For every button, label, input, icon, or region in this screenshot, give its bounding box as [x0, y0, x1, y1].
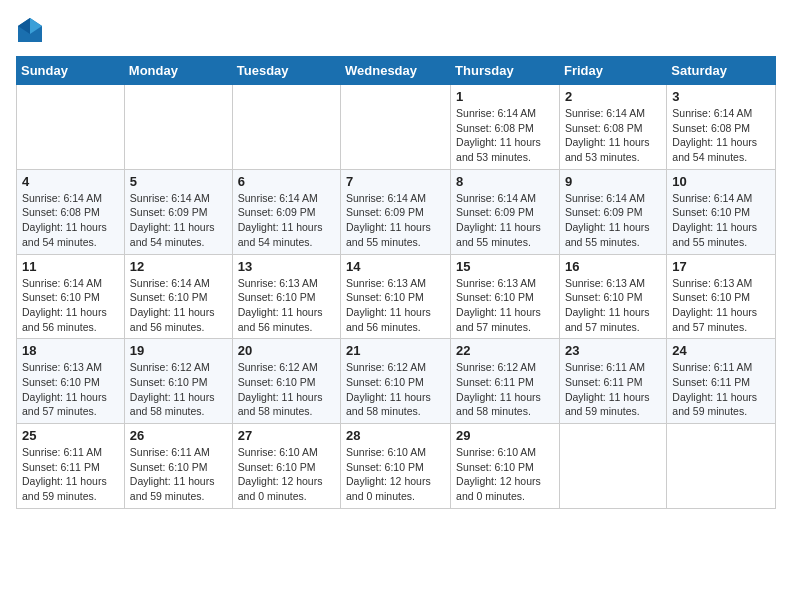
day-info: Sunrise: 6:10 AM Sunset: 6:10 PM Dayligh…: [456, 445, 554, 504]
day-number: 24: [672, 343, 770, 358]
calendar-cell: [667, 424, 776, 509]
calendar-cell: 25Sunrise: 6:11 AM Sunset: 6:11 PM Dayli…: [17, 424, 125, 509]
day-info: Sunrise: 6:11 AM Sunset: 6:11 PM Dayligh…: [22, 445, 119, 504]
weekday-header-thursday: Thursday: [451, 57, 560, 85]
day-number: 6: [238, 174, 335, 189]
calendar-cell: 5Sunrise: 6:14 AM Sunset: 6:09 PM Daylig…: [124, 169, 232, 254]
day-info: Sunrise: 6:13 AM Sunset: 6:10 PM Dayligh…: [238, 276, 335, 335]
calendar-cell: 20Sunrise: 6:12 AM Sunset: 6:10 PM Dayli…: [232, 339, 340, 424]
day-info: Sunrise: 6:14 AM Sunset: 6:09 PM Dayligh…: [238, 191, 335, 250]
calendar-cell: 23Sunrise: 6:11 AM Sunset: 6:11 PM Dayli…: [559, 339, 666, 424]
calendar-cell: 26Sunrise: 6:11 AM Sunset: 6:10 PM Dayli…: [124, 424, 232, 509]
day-number: 29: [456, 428, 554, 443]
day-info: Sunrise: 6:14 AM Sunset: 6:10 PM Dayligh…: [672, 191, 770, 250]
calendar-cell: 18Sunrise: 6:13 AM Sunset: 6:10 PM Dayli…: [17, 339, 125, 424]
day-info: Sunrise: 6:14 AM Sunset: 6:09 PM Dayligh…: [456, 191, 554, 250]
calendar-cell: 4Sunrise: 6:14 AM Sunset: 6:08 PM Daylig…: [17, 169, 125, 254]
week-row-3: 11Sunrise: 6:14 AM Sunset: 6:10 PM Dayli…: [17, 254, 776, 339]
day-info: Sunrise: 6:13 AM Sunset: 6:10 PM Dayligh…: [456, 276, 554, 335]
calendar-cell: 19Sunrise: 6:12 AM Sunset: 6:10 PM Dayli…: [124, 339, 232, 424]
day-number: 11: [22, 259, 119, 274]
weekday-header-saturday: Saturday: [667, 57, 776, 85]
day-number: 16: [565, 259, 661, 274]
calendar-cell: 10Sunrise: 6:14 AM Sunset: 6:10 PM Dayli…: [667, 169, 776, 254]
calendar-cell: [17, 85, 125, 170]
day-number: 26: [130, 428, 227, 443]
calendar-cell: 3Sunrise: 6:14 AM Sunset: 6:08 PM Daylig…: [667, 85, 776, 170]
weekday-header-sunday: Sunday: [17, 57, 125, 85]
day-number: 7: [346, 174, 445, 189]
day-number: 28: [346, 428, 445, 443]
weekday-header-row: SundayMondayTuesdayWednesdayThursdayFrid…: [17, 57, 776, 85]
day-info: Sunrise: 6:14 AM Sunset: 6:08 PM Dayligh…: [565, 106, 661, 165]
day-number: 14: [346, 259, 445, 274]
day-number: 8: [456, 174, 554, 189]
calendar-cell: [232, 85, 340, 170]
day-info: Sunrise: 6:14 AM Sunset: 6:08 PM Dayligh…: [672, 106, 770, 165]
day-number: 22: [456, 343, 554, 358]
day-number: 23: [565, 343, 661, 358]
day-info: Sunrise: 6:13 AM Sunset: 6:10 PM Dayligh…: [22, 360, 119, 419]
day-number: 17: [672, 259, 770, 274]
day-number: 19: [130, 343, 227, 358]
week-row-4: 18Sunrise: 6:13 AM Sunset: 6:10 PM Dayli…: [17, 339, 776, 424]
calendar-cell: 27Sunrise: 6:10 AM Sunset: 6:10 PM Dayli…: [232, 424, 340, 509]
day-number: 21: [346, 343, 445, 358]
calendar-cell: 7Sunrise: 6:14 AM Sunset: 6:09 PM Daylig…: [341, 169, 451, 254]
day-number: 10: [672, 174, 770, 189]
week-row-5: 25Sunrise: 6:11 AM Sunset: 6:11 PM Dayli…: [17, 424, 776, 509]
calendar-cell: 28Sunrise: 6:10 AM Sunset: 6:10 PM Dayli…: [341, 424, 451, 509]
logo-icon: [16, 16, 44, 44]
day-number: 3: [672, 89, 770, 104]
calendar-cell: 13Sunrise: 6:13 AM Sunset: 6:10 PM Dayli…: [232, 254, 340, 339]
calendar-cell: 11Sunrise: 6:14 AM Sunset: 6:10 PM Dayli…: [17, 254, 125, 339]
calendar-cell: 6Sunrise: 6:14 AM Sunset: 6:09 PM Daylig…: [232, 169, 340, 254]
day-info: Sunrise: 6:12 AM Sunset: 6:10 PM Dayligh…: [238, 360, 335, 419]
day-info: Sunrise: 6:11 AM Sunset: 6:11 PM Dayligh…: [672, 360, 770, 419]
day-number: 15: [456, 259, 554, 274]
day-info: Sunrise: 6:10 AM Sunset: 6:10 PM Dayligh…: [346, 445, 445, 504]
calendar-cell: 17Sunrise: 6:13 AM Sunset: 6:10 PM Dayli…: [667, 254, 776, 339]
day-number: 20: [238, 343, 335, 358]
day-number: 5: [130, 174, 227, 189]
calendar-cell: 24Sunrise: 6:11 AM Sunset: 6:11 PM Dayli…: [667, 339, 776, 424]
day-info: Sunrise: 6:14 AM Sunset: 6:09 PM Dayligh…: [565, 191, 661, 250]
calendar-cell: [124, 85, 232, 170]
weekday-header-wednesday: Wednesday: [341, 57, 451, 85]
day-info: Sunrise: 6:11 AM Sunset: 6:10 PM Dayligh…: [130, 445, 227, 504]
day-info: Sunrise: 6:13 AM Sunset: 6:10 PM Dayligh…: [672, 276, 770, 335]
day-info: Sunrise: 6:14 AM Sunset: 6:08 PM Dayligh…: [456, 106, 554, 165]
day-info: Sunrise: 6:11 AM Sunset: 6:11 PM Dayligh…: [565, 360, 661, 419]
calendar-cell: 1Sunrise: 6:14 AM Sunset: 6:08 PM Daylig…: [451, 85, 560, 170]
day-number: 2: [565, 89, 661, 104]
calendar-cell: 16Sunrise: 6:13 AM Sunset: 6:10 PM Dayli…: [559, 254, 666, 339]
day-info: Sunrise: 6:12 AM Sunset: 6:11 PM Dayligh…: [456, 360, 554, 419]
calendar-cell: 22Sunrise: 6:12 AM Sunset: 6:11 PM Dayli…: [451, 339, 560, 424]
calendar-cell: 12Sunrise: 6:14 AM Sunset: 6:10 PM Dayli…: [124, 254, 232, 339]
week-row-1: 1Sunrise: 6:14 AM Sunset: 6:08 PM Daylig…: [17, 85, 776, 170]
day-info: Sunrise: 6:14 AM Sunset: 6:09 PM Dayligh…: [346, 191, 445, 250]
day-info: Sunrise: 6:12 AM Sunset: 6:10 PM Dayligh…: [130, 360, 227, 419]
weekday-header-tuesday: Tuesday: [232, 57, 340, 85]
day-info: Sunrise: 6:14 AM Sunset: 6:08 PM Dayligh…: [22, 191, 119, 250]
day-number: 13: [238, 259, 335, 274]
day-info: Sunrise: 6:14 AM Sunset: 6:10 PM Dayligh…: [130, 276, 227, 335]
day-info: Sunrise: 6:10 AM Sunset: 6:10 PM Dayligh…: [238, 445, 335, 504]
day-info: Sunrise: 6:13 AM Sunset: 6:10 PM Dayligh…: [565, 276, 661, 335]
day-number: 1: [456, 89, 554, 104]
day-number: 18: [22, 343, 119, 358]
week-row-2: 4Sunrise: 6:14 AM Sunset: 6:08 PM Daylig…: [17, 169, 776, 254]
day-info: Sunrise: 6:14 AM Sunset: 6:10 PM Dayligh…: [22, 276, 119, 335]
calendar-cell: 2Sunrise: 6:14 AM Sunset: 6:08 PM Daylig…: [559, 85, 666, 170]
calendar-cell: 29Sunrise: 6:10 AM Sunset: 6:10 PM Dayli…: [451, 424, 560, 509]
day-info: Sunrise: 6:12 AM Sunset: 6:10 PM Dayligh…: [346, 360, 445, 419]
calendar-cell: 14Sunrise: 6:13 AM Sunset: 6:10 PM Dayli…: [341, 254, 451, 339]
weekday-header-monday: Monday: [124, 57, 232, 85]
page-header: [16, 16, 776, 44]
calendar-cell: [559, 424, 666, 509]
calendar-cell: [341, 85, 451, 170]
calendar-cell: 21Sunrise: 6:12 AM Sunset: 6:10 PM Dayli…: [341, 339, 451, 424]
logo: [16, 16, 48, 44]
calendar-table: SundayMondayTuesdayWednesdayThursdayFrid…: [16, 56, 776, 509]
day-number: 9: [565, 174, 661, 189]
